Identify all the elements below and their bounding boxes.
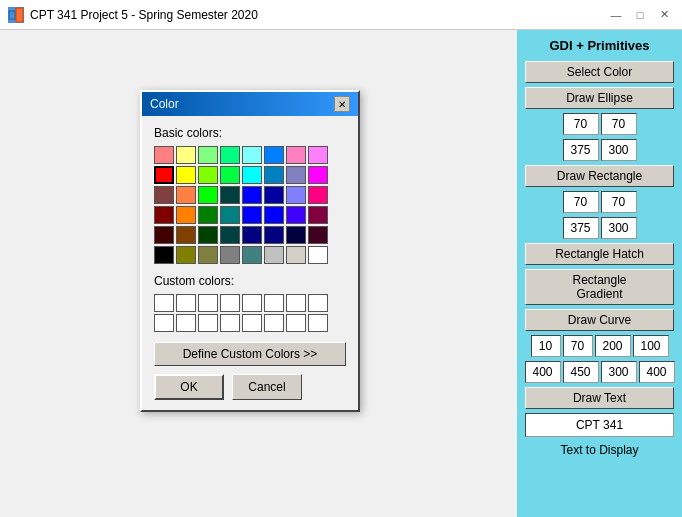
basic-color-swatch[interactable]: [264, 186, 284, 204]
basic-color-swatch[interactable]: [286, 166, 306, 184]
draw-text-button[interactable]: Draw Text: [525, 387, 674, 409]
custom-color-swatch[interactable]: [154, 314, 174, 332]
basic-color-swatch[interactable]: [242, 206, 262, 224]
basic-color-swatch[interactable]: [286, 226, 306, 244]
draw-curve-button[interactable]: Draw Curve: [525, 309, 674, 331]
basic-color-swatch[interactable]: [154, 166, 174, 184]
curve-y1-input[interactable]: [563, 335, 593, 357]
custom-colors-grid: [154, 294, 346, 332]
curve-x2-input[interactable]: [595, 335, 631, 357]
minimize-button[interactable]: —: [606, 5, 626, 25]
custom-color-swatch[interactable]: [286, 314, 306, 332]
curve-row2: [525, 361, 674, 383]
basic-color-swatch[interactable]: [154, 146, 174, 164]
basic-color-swatch[interactable]: [198, 246, 218, 264]
basic-color-swatch[interactable]: [242, 146, 262, 164]
basic-color-swatch[interactable]: [176, 206, 196, 224]
basic-color-swatch[interactable]: [176, 226, 196, 244]
basic-color-swatch[interactable]: [242, 186, 262, 204]
ellipse-x2-input[interactable]: [563, 139, 599, 161]
draw-ellipse-button[interactable]: Draw Ellipse: [525, 87, 674, 109]
custom-color-swatch[interactable]: [242, 294, 262, 312]
custom-color-swatch[interactable]: [242, 314, 262, 332]
rect-x2-input[interactable]: [563, 217, 599, 239]
basic-color-swatch[interactable]: [264, 206, 284, 224]
basic-color-swatch[interactable]: [154, 186, 174, 204]
rectangle-hatch-button[interactable]: Rectangle Hatch: [525, 243, 674, 265]
curve-x4-input[interactable]: [601, 361, 637, 383]
custom-color-swatch[interactable]: [264, 314, 284, 332]
curve-x3-input[interactable]: [525, 361, 561, 383]
curve-y3-input[interactable]: [563, 361, 599, 383]
custom-color-swatch[interactable]: [154, 294, 174, 312]
basic-color-swatch[interactable]: [198, 226, 218, 244]
basic-color-swatch[interactable]: [176, 246, 196, 264]
basic-color-swatch[interactable]: [154, 206, 174, 224]
curve-x1-input[interactable]: [531, 335, 561, 357]
basic-color-swatch[interactable]: [176, 166, 196, 184]
basic-color-swatch[interactable]: [264, 246, 284, 264]
basic-color-swatch[interactable]: [220, 226, 240, 244]
custom-color-swatch[interactable]: [308, 294, 328, 312]
basic-color-swatch[interactable]: [176, 186, 196, 204]
ok-button[interactable]: OK: [154, 374, 224, 400]
basic-color-swatch[interactable]: [308, 226, 328, 244]
basic-color-swatch[interactable]: [220, 146, 240, 164]
rectangle-gradient-button[interactable]: Rectangle Gradient: [525, 269, 674, 305]
basic-color-swatch[interactable]: [308, 206, 328, 224]
basic-color-swatch[interactable]: [220, 246, 240, 264]
basic-color-swatch[interactable]: [308, 186, 328, 204]
basic-color-swatch[interactable]: [242, 166, 262, 184]
rect-row1: [525, 191, 674, 213]
basic-color-swatch[interactable]: [220, 206, 240, 224]
basic-color-swatch[interactable]: [154, 226, 174, 244]
dialog-footer: OK Cancel: [154, 374, 346, 400]
basic-color-swatch[interactable]: [264, 166, 284, 184]
basic-color-swatch[interactable]: [198, 146, 218, 164]
basic-color-swatch[interactable]: [220, 186, 240, 204]
select-color-button[interactable]: Select Color: [525, 61, 674, 83]
basic-color-swatch[interactable]: [286, 246, 306, 264]
custom-color-swatch[interactable]: [308, 314, 328, 332]
basic-color-swatch[interactable]: [286, 146, 306, 164]
ellipse-x1-input[interactable]: [563, 113, 599, 135]
basic-color-swatch[interactable]: [264, 146, 284, 164]
dialog-close-button[interactable]: ✕: [334, 96, 350, 112]
curve-y4-input[interactable]: [639, 361, 675, 383]
basic-color-swatch[interactable]: [308, 246, 328, 264]
custom-color-swatch[interactable]: [264, 294, 284, 312]
custom-color-swatch[interactable]: [198, 294, 218, 312]
basic-color-swatch[interactable]: [286, 206, 306, 224]
ellipse-y1-input[interactable]: [601, 113, 637, 135]
custom-color-swatch[interactable]: [220, 294, 240, 312]
custom-color-swatch[interactable]: [198, 314, 218, 332]
basic-color-swatch[interactable]: [242, 226, 262, 244]
cancel-button[interactable]: Cancel: [232, 374, 302, 400]
define-custom-colors-button[interactable]: Define Custom Colors >>: [154, 342, 346, 366]
basic-color-swatch[interactable]: [176, 146, 196, 164]
rect-x1-input[interactable]: [563, 191, 599, 213]
rect-y1-input[interactable]: [601, 191, 637, 213]
basic-color-swatch[interactable]: [198, 186, 218, 204]
basic-color-swatch[interactable]: [220, 166, 240, 184]
custom-color-swatch[interactable]: [176, 314, 196, 332]
ellipse-y2-input[interactable]: [601, 139, 637, 161]
basic-color-swatch[interactable]: [242, 246, 262, 264]
custom-color-swatch[interactable]: [220, 314, 240, 332]
rect-y2-input[interactable]: [601, 217, 637, 239]
curve-y2-input[interactable]: [633, 335, 669, 357]
basic-color-swatch[interactable]: [308, 146, 328, 164]
basic-color-swatch[interactable]: [264, 226, 284, 244]
basic-color-swatch[interactable]: [286, 186, 306, 204]
basic-color-swatch[interactable]: [198, 166, 218, 184]
basic-color-swatch[interactable]: [308, 166, 328, 184]
app-icon: [8, 7, 24, 23]
draw-rectangle-button[interactable]: Draw Rectangle: [525, 165, 674, 187]
text-input[interactable]: [525, 413, 674, 437]
close-button[interactable]: ✕: [654, 5, 674, 25]
custom-color-swatch[interactable]: [176, 294, 196, 312]
maximize-button[interactable]: □: [630, 5, 650, 25]
basic-color-swatch[interactable]: [198, 206, 218, 224]
basic-color-swatch[interactable]: [154, 246, 174, 264]
custom-color-swatch[interactable]: [286, 294, 306, 312]
